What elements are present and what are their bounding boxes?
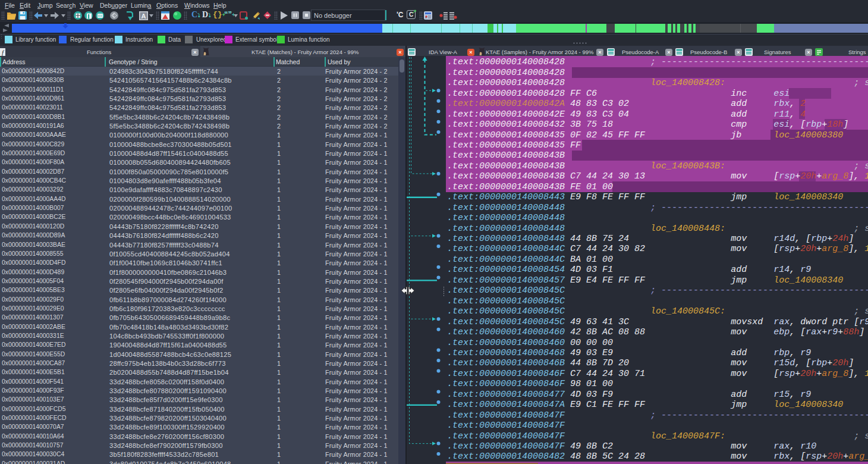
svg-text:A: A xyxy=(141,12,146,20)
